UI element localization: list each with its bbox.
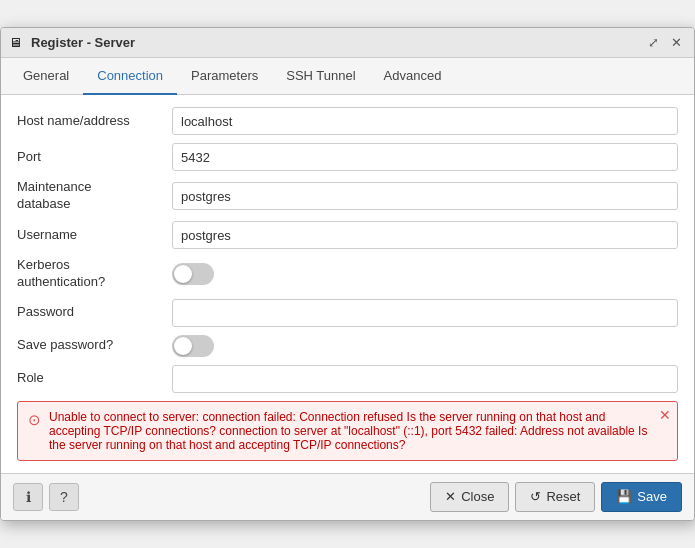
- tab-general[interactable]: General: [9, 58, 83, 95]
- titlebar-controls: ⤢ ✕: [644, 34, 686, 51]
- form-body: Host name/address Port Maintenancedataba…: [1, 95, 694, 473]
- info-button[interactable]: ℹ: [13, 483, 43, 511]
- maintenance-db-row: Maintenancedatabase: [17, 179, 678, 213]
- titlebar: 🖥 Register - Server ⤢ ✕: [1, 28, 694, 58]
- footer: ℹ ? ✕ Close ↺ Reset 💾 Save: [1, 473, 694, 520]
- kerberos-label: Kerberosauthentication?: [17, 257, 172, 291]
- kerberos-slider: [172, 263, 214, 285]
- close-label: Close: [461, 489, 494, 504]
- role-input[interactable]: [172, 365, 678, 393]
- expand-button[interactable]: ⤢: [644, 34, 663, 51]
- tab-ssh-tunnel[interactable]: SSH Tunnel: [272, 58, 369, 95]
- username-input[interactable]: [172, 221, 678, 249]
- maintenance-db-input[interactable]: [172, 182, 678, 210]
- save-password-toggle[interactable]: [172, 335, 214, 357]
- hostname-label: Host name/address: [17, 113, 172, 130]
- save-password-label: Save password?: [17, 337, 172, 354]
- reset-button[interactable]: ↺ Reset: [515, 482, 595, 512]
- password-label: Password: [17, 304, 172, 321]
- tab-advanced[interactable]: Advanced: [370, 58, 456, 95]
- save-password-row: Save password?: [17, 335, 678, 357]
- reset-label: Reset: [546, 489, 580, 504]
- error-close-button[interactable]: ✕: [659, 408, 671, 422]
- username-row: Username: [17, 221, 678, 249]
- close-dialog-button[interactable]: ✕: [667, 34, 686, 51]
- save-icon: 💾: [616, 489, 632, 504]
- tab-connection[interactable]: Connection: [83, 58, 177, 95]
- footer-left: ℹ ?: [13, 483, 422, 511]
- error-message: Unable to connect to server: connection …: [49, 410, 649, 452]
- reset-icon: ↺: [530, 489, 541, 504]
- close-button[interactable]: ✕ Close: [430, 482, 509, 512]
- register-server-dialog: 🖥 Register - Server ⤢ ✕ General Connecti…: [0, 27, 695, 521]
- username-label: Username: [17, 227, 172, 244]
- role-row: Role: [17, 365, 678, 393]
- maintenance-db-label: Maintenancedatabase: [17, 179, 172, 213]
- dialog-icon: 🖥: [9, 35, 25, 51]
- port-input[interactable]: [172, 143, 678, 171]
- error-icon: ⊙: [28, 411, 41, 429]
- dialog-title: Register - Server: [31, 35, 644, 50]
- port-row: Port: [17, 143, 678, 171]
- kerberos-row: Kerberosauthentication?: [17, 257, 678, 291]
- tab-bar: General Connection Parameters SSH Tunnel…: [1, 58, 694, 95]
- password-input[interactable]: [172, 299, 678, 327]
- close-icon: ✕: [445, 489, 456, 504]
- hostname-input[interactable]: [172, 107, 678, 135]
- hostname-row: Host name/address: [17, 107, 678, 135]
- kerberos-toggle[interactable]: [172, 263, 214, 285]
- role-label: Role: [17, 370, 172, 387]
- save-label: Save: [637, 489, 667, 504]
- port-label: Port: [17, 149, 172, 166]
- save-button[interactable]: 💾 Save: [601, 482, 682, 512]
- footer-right: ✕ Close ↺ Reset 💾 Save: [430, 482, 682, 512]
- password-row: Password: [17, 299, 678, 327]
- tab-parameters[interactable]: Parameters: [177, 58, 272, 95]
- help-button[interactable]: ?: [49, 483, 79, 511]
- error-bar: ⊙ Unable to connect to server: connectio…: [17, 401, 678, 461]
- save-password-slider: [172, 335, 214, 357]
